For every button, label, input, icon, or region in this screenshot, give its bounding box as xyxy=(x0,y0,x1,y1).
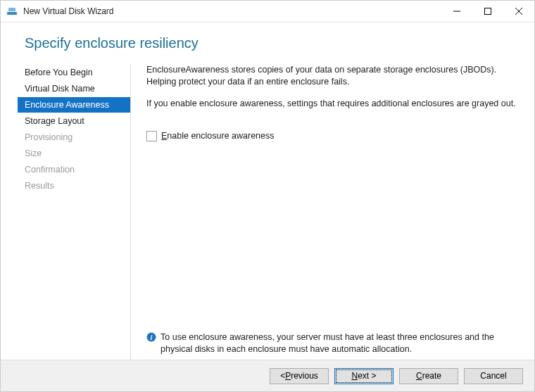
cancel-button[interactable]: Cancel xyxy=(464,368,523,384)
step-results: Results xyxy=(18,178,130,194)
detail-pane: EnclosureAwareness stores copies of your… xyxy=(131,64,517,360)
info-note-text: To use enclosure awareness, your server … xyxy=(160,331,517,355)
step-size: Size xyxy=(18,146,130,161)
svg-rect-3 xyxy=(485,8,491,15)
description-2: If you enable enclosure awareness, setti… xyxy=(146,98,517,110)
window-controls xyxy=(441,1,534,22)
app-icon xyxy=(6,6,18,17)
description-1: EnclosureAwareness stores copies of your… xyxy=(146,64,517,88)
step-before-you-begin[interactable]: Before You Begin xyxy=(18,65,130,80)
step-storage-layout[interactable]: Storage Layout xyxy=(18,113,130,129)
content-area: Specify enclosure resiliency Before You … xyxy=(1,23,534,360)
maximize-button[interactable] xyxy=(472,1,503,22)
step-enclosure-awareness[interactable]: Enclosure Awareness xyxy=(18,97,130,113)
button-bar: < Previous Next > Create Cancel xyxy=(1,360,534,391)
step-virtual-disk-name[interactable]: Virtual Disk Name xyxy=(18,81,130,96)
checkbox-box[interactable] xyxy=(146,131,157,141)
page-title: Specify enclosure resiliency xyxy=(18,23,517,64)
wizard-window: New Virtual Disk Wizard Specify enclosur… xyxy=(0,0,535,392)
svg-text:i: i xyxy=(151,334,153,341)
enable-enclosure-awareness-checkbox[interactable]: Enable enclosure awareness xyxy=(146,131,517,141)
info-icon: i xyxy=(146,332,156,342)
checkbox-label: Enable enclosure awareness xyxy=(161,131,275,141)
previous-button[interactable]: < Previous xyxy=(270,368,329,384)
titlebar: New Virtual Disk Wizard xyxy=(1,1,534,23)
svg-rect-0 xyxy=(7,12,17,15)
next-button[interactable]: Next > xyxy=(334,368,394,384)
window-title: New Virtual Disk Wizard xyxy=(23,6,113,16)
main-area: Before You Begin Virtual Disk Name Enclo… xyxy=(18,64,517,360)
step-provisioning: Provisioning xyxy=(18,129,130,145)
create-button[interactable]: Create xyxy=(399,368,458,384)
info-note: i To use enclosure awareness, your serve… xyxy=(146,331,517,360)
svg-rect-1 xyxy=(8,8,15,11)
close-button[interactable] xyxy=(503,1,534,22)
minimize-button[interactable] xyxy=(441,1,472,22)
step-sidebar: Before You Begin Virtual Disk Name Enclo… xyxy=(18,64,131,360)
step-confirmation: Confirmation xyxy=(18,162,130,177)
